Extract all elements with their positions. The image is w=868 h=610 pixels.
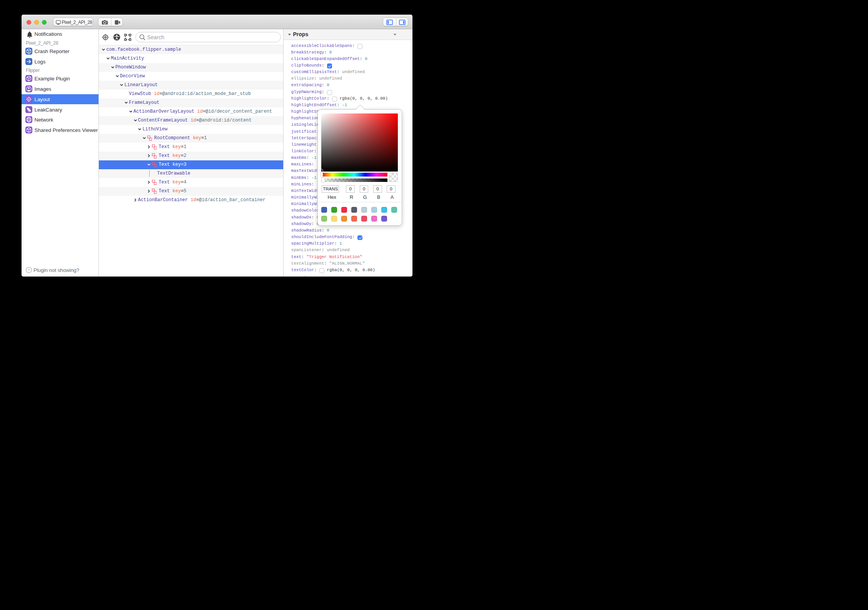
- svg-text:?: ?: [28, 268, 30, 272]
